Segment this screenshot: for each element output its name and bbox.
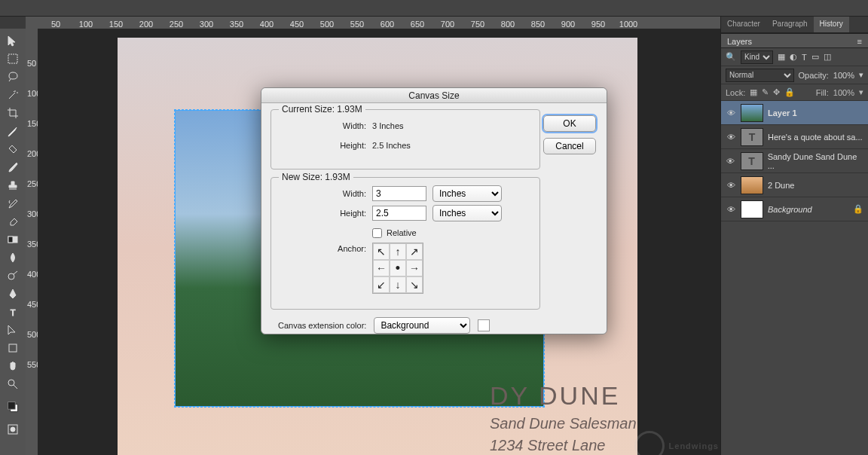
panel-menu-icon[interactable]: ≡ — [857, 37, 862, 44]
visibility-icon[interactable]: 👁 — [726, 181, 736, 190]
layer-row[interactable]: 👁 T Sandy Dune Sand Dune ... — [721, 149, 868, 173]
filter-type-icon[interactable]: T — [802, 53, 807, 62]
visibility-icon[interactable]: 👁 — [726, 205, 736, 214]
layer-thumbnail[interactable] — [741, 176, 763, 194]
history-brush-tool-icon[interactable] — [3, 195, 23, 212]
anchor-center[interactable]: • — [390, 260, 406, 276]
layer-row[interactable]: 👁 2 Dune — [721, 173, 868, 197]
anchor-n[interactable]: ↑ — [390, 243, 406, 260]
cur-height-label: Height: — [282, 141, 372, 150]
cur-width-value: 3 Inches — [372, 121, 404, 130]
chevron-down-icon[interactable]: ▾ — [859, 70, 863, 80]
layer-row[interactable]: 👁 T Here's a quote about sa... — [721, 125, 868, 149]
tools-panel: T — [0, 29, 26, 455]
filter-smart-icon[interactable]: ◫ — [824, 52, 831, 62]
filter-image-icon[interactable]: ▦ — [778, 52, 785, 62]
layer-row[interactable]: 👁 Layer 1 — [721, 101, 868, 125]
card-text-block: DY DUNE Sand Dune Salesman 1234 Street L… — [490, 381, 637, 455]
lock-position-icon[interactable]: ✥ — [773, 87, 780, 97]
wand-tool-icon[interactable] — [3, 87, 23, 103]
anchor-sw[interactable]: ↙ — [373, 276, 390, 293]
height-input[interactable] — [372, 206, 426, 221]
visibility-icon[interactable]: 👁 — [726, 108, 736, 118]
width-input[interactable] — [372, 186, 426, 201]
svg-rect-2 — [8, 237, 13, 243]
anchor-grid: ↖ ↑ ↗ ← • → ↙ ↓ ↘ — [372, 243, 423, 294]
watermark-icon — [634, 431, 665, 455]
layer-name: Background — [768, 205, 812, 214]
ruler-horizontal: 50 100 150 200 250 300 350 400 450 500 5… — [26, 17, 720, 29]
color-swatch[interactable] — [478, 319, 490, 331]
tab-paragraph[interactable]: Paragraph — [766, 17, 814, 32]
layer-thumbnail[interactable]: T — [741, 152, 763, 170]
tab-character[interactable]: Character — [721, 17, 766, 32]
zoom-tool-icon[interactable] — [3, 376, 23, 392]
height-unit-select[interactable]: Inches — [432, 205, 502, 221]
current-size-label: Current Size: 1.93M — [279, 104, 365, 115]
marquee-tool-icon[interactable] — [3, 50, 23, 67]
tab-history[interactable]: History — [814, 17, 849, 32]
eraser-tool-icon[interactable] — [3, 213, 23, 230]
svg-text:T: T — [11, 308, 16, 317]
visibility-icon[interactable]: 👁 — [726, 133, 736, 142]
move-tool-icon[interactable] — [3, 32, 23, 49]
relative-checkbox[interactable] — [372, 228, 382, 238]
ruler-vertical: 50 100 150 200 250 300 350 400 450 500 5… — [26, 29, 38, 455]
layers-title: Layers — [727, 37, 752, 44]
visibility-icon[interactable]: 👁 — [726, 157, 736, 166]
anchor-label: Anchor: — [282, 243, 372, 253]
anchor-s[interactable]: ↓ — [390, 276, 406, 293]
options-bar — [0, 0, 868, 17]
svg-point-10 — [11, 427, 15, 432]
healing-tool-icon[interactable] — [3, 141, 23, 157]
filter-adjust-icon[interactable]: ◐ — [790, 52, 797, 62]
width-label: Width: — [282, 189, 372, 198]
crop-tool-icon[interactable] — [3, 105, 23, 121]
anchor-se[interactable]: ↘ — [406, 276, 423, 293]
ok-button[interactable]: OK — [543, 115, 596, 132]
width-unit-select[interactable]: Inches — [432, 185, 502, 202]
filter-shape-icon[interactable]: ▭ — [811, 52, 819, 62]
kind-select[interactable]: Kind — [741, 50, 773, 64]
svg-point-6 — [8, 380, 14, 386]
shape-tool-icon[interactable] — [3, 340, 23, 356]
gradient-tool-icon[interactable] — [3, 231, 23, 248]
fill-value[interactable]: 100% — [833, 88, 854, 97]
anchor-e[interactable]: → — [406, 260, 423, 276]
lasso-tool-icon[interactable] — [3, 69, 23, 85]
hand-tool-icon[interactable] — [3, 358, 23, 374]
quickmask-tool-icon[interactable] — [3, 421, 23, 438]
stamp-tool-icon[interactable] — [3, 177, 23, 194]
eyedropper-tool-icon[interactable] — [3, 123, 23, 139]
cancel-button[interactable]: Cancel — [543, 138, 596, 154]
lock-all-icon[interactable]: 🔒 — [784, 87, 795, 97]
chevron-down-icon[interactable]: ▾ — [859, 87, 863, 97]
layers-panel-head[interactable]: Layers ≡ — [721, 33, 868, 48]
anchor-ne[interactable]: ↗ — [406, 243, 423, 260]
pen-tool-icon[interactable] — [3, 286, 23, 302]
anchor-w[interactable]: ← — [373, 260, 390, 276]
layer-row[interactable]: 👁 Background 🔒 — [721, 197, 868, 221]
svg-point-3 — [8, 273, 14, 279]
blur-tool-icon[interactable] — [3, 249, 23, 266]
layer-thumbnail[interactable] — [741, 200, 763, 218]
new-size-label: New Size: 1.93M — [279, 172, 353, 182]
type-tool-icon[interactable]: T — [3, 304, 23, 320]
layer-thumbnail[interactable] — [741, 104, 763, 122]
relative-label: Relative — [387, 228, 417, 237]
path-tool-icon[interactable] — [3, 322, 23, 338]
layer-thumbnail[interactable]: T — [741, 128, 763, 146]
lock-pixels-icon[interactable]: ▦ — [750, 87, 757, 97]
extension-color-select[interactable]: Background — [374, 317, 470, 334]
svg-rect-8 — [8, 402, 16, 410]
layer-name: 2 Dune — [768, 181, 794, 190]
layer-name: Layer 1 — [768, 108, 797, 118]
anchor-nw[interactable]: ↖ — [373, 243, 390, 260]
blend-mode-select[interactable]: Normal — [726, 69, 794, 82]
card-title: DY DUNE — [490, 381, 637, 411]
dodge-tool-icon[interactable] — [3, 267, 23, 284]
lock-brush-icon[interactable]: ✎ — [762, 87, 769, 97]
color-swatches-icon[interactable] — [3, 394, 23, 420]
opacity-value[interactable]: 100% — [833, 71, 854, 80]
brush-tool-icon[interactable] — [3, 159, 23, 176]
